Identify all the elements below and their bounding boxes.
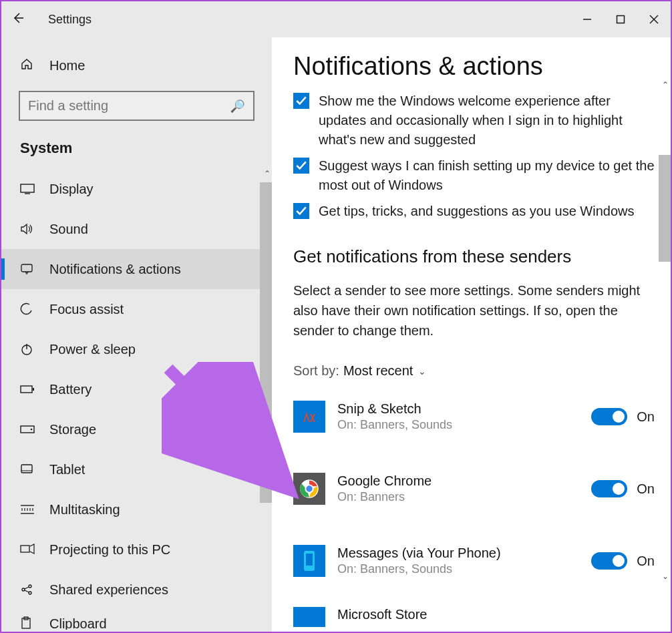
- minimize-button[interactable]: [570, 6, 604, 33]
- toggle-state-label: On: [637, 554, 655, 569]
- multitasking-icon: [20, 504, 36, 515]
- svg-rect-9: [21, 386, 32, 393]
- sound-icon: [20, 223, 36, 235]
- svg-rect-22: [21, 546, 29, 552]
- sidebar-item-label: Shared experiences: [49, 582, 168, 598]
- content-pane: Notifications & actions Show me the Wind…: [272, 37, 671, 632]
- sort-by-label: Sort by:: [293, 363, 339, 379]
- sidebar-item-label: Battery: [49, 382, 92, 397]
- shared-icon: [20, 583, 36, 596]
- checkbox-checked-icon[interactable]: [293, 203, 309, 219]
- svg-rect-10: [33, 388, 34, 391]
- sidebar-item-clipboard[interactable]: Clipboard: [1, 610, 272, 630]
- sidebar-item-display[interactable]: Display: [1, 169, 272, 209]
- sender-name: Microsoft Store: [337, 607, 655, 622]
- checkbox-row[interactable]: Suggest ways I can finish setting up my …: [293, 156, 655, 195]
- chevron-down-icon: ⌄: [418, 366, 426, 377]
- storage-icon: [20, 425, 36, 434]
- sender-name: Google Chrome: [337, 473, 591, 489]
- sidebar-item-tablet[interactable]: Tablet: [1, 449, 272, 489]
- sidebar-item-multitasking[interactable]: Multitasking: [1, 489, 272, 530]
- toggle-state-label: On: [637, 409, 655, 425]
- tablet-icon: [20, 463, 36, 475]
- senders-description: Select a sender to see more settings. So…: [293, 280, 655, 341]
- checkbox-label: Suggest ways I can finish setting up my …: [319, 156, 655, 195]
- svg-point-24: [29, 585, 31, 588]
- sidebar-item-shared-experiences[interactable]: Shared experiences: [1, 570, 272, 610]
- svg-point-12: [31, 429, 33, 431]
- sidebar-item-label: Storage: [49, 422, 96, 437]
- checkbox-label: Show me the Windows welcome experience a…: [319, 91, 655, 150]
- checkbox-checked-icon[interactable]: [293, 158, 309, 174]
- sidebar-item-projecting[interactable]: Projecting to this PC: [1, 530, 272, 570]
- sidebar-item-label: Power & sleep: [49, 342, 136, 357]
- sidebar-item-label: Notifications & actions: [49, 262, 181, 277]
- sidebar: Home 🔍 System ⌃ Display Sound N: [1, 37, 272, 632]
- content-scrollbar-thumb[interactable]: [659, 155, 671, 262]
- sender-name: Snip & Sketch: [337, 401, 591, 417]
- sidebar-item-label: Sound: [49, 222, 88, 237]
- category-heading: System: [1, 130, 272, 169]
- toggle-switch[interactable]: [591, 552, 627, 570]
- home-nav[interactable]: Home: [1, 45, 272, 85]
- page-title: Notifications & actions: [293, 52, 655, 81]
- checkbox-row[interactable]: Get tips, tricks, and suggestions as you…: [293, 202, 655, 221]
- clipboard-icon: [20, 616, 36, 630]
- sidebar-item-sound[interactable]: Sound: [1, 209, 272, 249]
- nav-list: ⌃ Display Sound Notifications & actions …: [1, 169, 272, 630]
- sidebar-item-label: Multitasking: [49, 502, 120, 517]
- svg-rect-13: [21, 465, 32, 473]
- search-box[interactable]: 🔍: [19, 91, 255, 121]
- sidebar-item-label: Projecting to this PC: [49, 542, 170, 558]
- search-icon: 🔍: [230, 99, 245, 114]
- maximize-button[interactable]: [604, 6, 637, 33]
- app-icon: [293, 401, 325, 433]
- svg-rect-6: [21, 264, 32, 272]
- sidebar-item-label: Focus assist: [49, 302, 124, 317]
- toggle-switch[interactable]: [591, 408, 627, 425]
- sender-row-messages[interactable]: Messages (via Your Phone) On: Banners, S…: [293, 535, 655, 587]
- sender-row-google-chrome[interactable]: Google Chrome On: Banners On: [293, 463, 655, 515]
- checkbox-checked-icon[interactable]: [293, 93, 309, 109]
- sidebar-item-label: Clipboard: [49, 616, 107, 630]
- svg-rect-4: [21, 184, 34, 192]
- sender-name: Messages (via Your Phone): [337, 546, 591, 561]
- focus-assist-icon: [20, 302, 36, 316]
- projecting-icon: [20, 544, 36, 556]
- svg-rect-34: [306, 554, 313, 566]
- power-icon: [20, 343, 36, 356]
- sidebar-scrollbar-thumb[interactable]: [260, 182, 272, 503]
- sidebar-item-focus-assist[interactable]: Focus assist: [1, 289, 272, 329]
- sidebar-scroll-up[interactable]: ⌃: [264, 169, 271, 178]
- search-input[interactable]: [28, 98, 230, 114]
- sender-row-snip-sketch[interactable]: Snip & Sketch On: Banners, Sounds On: [293, 391, 655, 443]
- sort-by-value: Most recent: [343, 363, 413, 379]
- titlebar: Settings: [1, 1, 671, 37]
- sidebar-item-battery[interactable]: Battery: [1, 369, 272, 409]
- senders-heading: Get notifications from these senders: [293, 246, 655, 267]
- content-scroll-down[interactable]: ⌄: [662, 572, 669, 581]
- sidebar-item-storage[interactable]: Storage: [1, 409, 272, 449]
- sidebar-item-notifications[interactable]: Notifications & actions: [1, 249, 272, 289]
- content-scroll-up[interactable]: ⌃: [662, 80, 669, 89]
- display-icon: [20, 184, 36, 194]
- window-title: Settings: [48, 13, 92, 27]
- sidebar-item-label: Tablet: [49, 462, 85, 477]
- sender-row-microsoft-store[interactable]: Microsoft Store: [293, 607, 655, 627]
- sidebar-item-label: Display: [49, 182, 94, 197]
- toggle-switch[interactable]: [591, 480, 627, 497]
- sidebar-item-power-sleep[interactable]: Power & sleep: [1, 329, 272, 369]
- sort-by-dropdown[interactable]: Sort by: Most recent ⌄: [293, 363, 655, 379]
- svg-line-26: [25, 587, 29, 589]
- svg-point-23: [22, 588, 25, 591]
- sender-sub: On: Banners, Sounds: [337, 562, 591, 576]
- svg-rect-1: [617, 16, 625, 23]
- app-icon: [293, 473, 325, 505]
- toggle-state-label: On: [637, 481, 655, 497]
- sender-sub: On: Banners, Sounds: [337, 418, 591, 432]
- back-button[interactable]: [1, 11, 35, 28]
- close-button[interactable]: [637, 6, 671, 33]
- notifications-icon: [20, 263, 36, 275]
- home-icon: [20, 57, 36, 74]
- checkbox-row[interactable]: Show me the Windows welcome experience a…: [293, 91, 655, 150]
